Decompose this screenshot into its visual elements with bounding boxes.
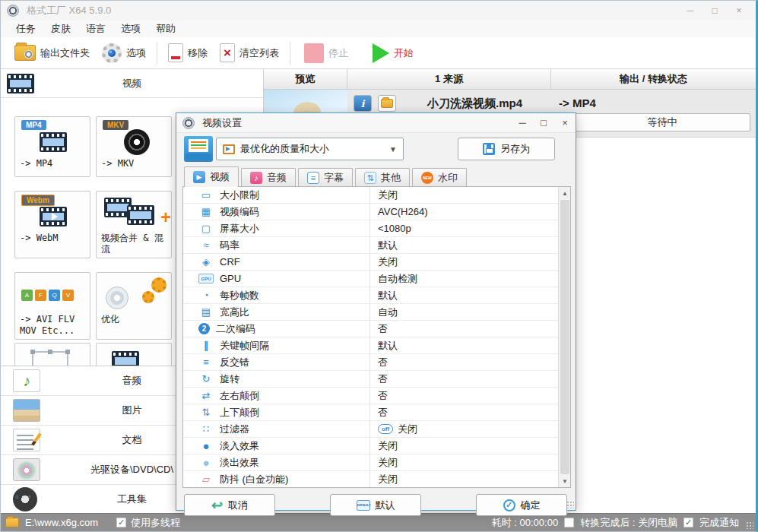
setting-row-screen-size[interactable]: ▢屏幕大小<1080p xyxy=(183,220,558,237)
setting-value-text: 否 xyxy=(378,372,388,386)
format-tile-avi-etc[interactable]: AFQV-> AVI FLV MOV Etc... xyxy=(14,272,90,340)
remove-label: 移除 xyxy=(188,46,208,60)
format-tile-mkv[interactable]: MKV-> MKV xyxy=(96,116,172,177)
output-folder-button[interactable]: 输出文件夹 xyxy=(8,40,96,67)
tab-subtitle[interactable]: ≡字幕 xyxy=(298,168,353,187)
window-resize-grip[interactable] xyxy=(746,521,753,529)
ok-button[interactable]: ✓ 确定 xyxy=(476,494,567,516)
start-button[interactable]: 开始 xyxy=(366,40,420,67)
setting-value-text: 关闭 xyxy=(378,439,398,453)
setting-label: 旋转 xyxy=(220,372,239,386)
tab-watermark[interactable]: NEW水印 xyxy=(412,168,467,187)
filmstrip-icon xyxy=(127,205,154,225)
preset-dropdown[interactable]: 最优化的质量和大小 ▼ xyxy=(216,138,404,160)
format-tile-mp4[interactable]: MP4-> MP4 xyxy=(14,116,90,177)
stop-icon xyxy=(304,43,324,63)
dialog-close-button[interactable]: × xyxy=(554,113,576,133)
deinterlace-icon: ≡ xyxy=(198,356,214,369)
setting-row-stabilizer[interactable]: ▱防抖 (白金功能)关闭 xyxy=(183,471,558,487)
setting-row-fade-in[interactable]: ●淡入效果关闭 xyxy=(183,438,558,454)
fade-in-icon: ● xyxy=(198,440,214,452)
tab-label: 其他 xyxy=(381,171,401,185)
setting-row-deinterlace[interactable]: ≡反交错否 xyxy=(183,354,558,371)
crop-tile-partial[interactable] xyxy=(14,343,90,366)
output-path-folder-icon[interactable] xyxy=(5,518,19,527)
setting-label: 过滤器 xyxy=(220,423,249,436)
setting-row-crf[interactable]: ◈CRF关闭 xyxy=(183,254,558,271)
menu-item-task[interactable]: 任务 xyxy=(8,21,43,37)
maximize-button[interactable]: □ xyxy=(702,1,727,21)
video-section-header[interactable]: 视频 xyxy=(1,69,263,98)
mini-format-icon: F xyxy=(35,290,46,301)
setting-label: 大小限制 xyxy=(220,188,259,202)
output-path[interactable]: E:\www.x6g.com xyxy=(25,517,98,528)
audio-tab-icon: ♪ xyxy=(250,172,262,184)
options-button[interactable]: 选项 xyxy=(96,40,152,67)
setting-row-flip-vertical[interactable]: ⇅上下颠倒否 xyxy=(183,404,558,421)
crop-icon xyxy=(32,351,68,366)
dialog-minimize-button[interactable]: ─ xyxy=(512,113,533,133)
menu-item-skin[interactable]: 皮肤 xyxy=(43,21,78,37)
dialog-maximize-button[interactable]: □ xyxy=(533,113,554,133)
setting-value: off关闭 xyxy=(378,423,417,436)
setting-row-aspect-ratio[interactable]: ▤宽高比自动 xyxy=(183,304,558,321)
tab-other[interactable]: ⇅其他 xyxy=(355,168,410,187)
tab-label: 音频 xyxy=(267,171,287,185)
setting-row-video-encoder[interactable]: ▦视频编码AVC(H264) xyxy=(183,204,558,220)
setting-row-size-limit[interactable]: ▭大小限制关闭 xyxy=(183,187,558,204)
setting-value: 否 xyxy=(378,356,388,369)
setting-row-bitrate[interactable]: ≈码率默认 xyxy=(183,237,558,254)
plus-icon: + xyxy=(160,207,171,228)
setting-row-flip-horizontal[interactable]: ⇄左右颠倒否 xyxy=(183,388,558,404)
clear-list-button[interactable]: × 清空列表 xyxy=(214,40,285,67)
elapsed-time: 耗时 : 00:00:00 xyxy=(492,516,558,530)
setting-row-filter[interactable]: ∷过滤器off关闭 xyxy=(183,421,558,438)
toolbar-separator xyxy=(290,42,290,65)
setting-row-fps[interactable]: ◔每秒帧数默认 xyxy=(183,287,558,304)
mini-format-icon: Q xyxy=(49,290,60,301)
media-info-button[interactable]: i xyxy=(354,95,372,112)
tab-audio[interactable]: ♪音频 xyxy=(241,168,296,187)
setting-value-text: 自动 xyxy=(378,306,398,319)
setting-value: 默认 xyxy=(378,289,398,302)
setting-value-text: 否 xyxy=(378,406,388,420)
remove-button[interactable]: 移除 xyxy=(162,40,214,67)
format-tile-optimize[interactable]: 优化 xyxy=(96,272,172,340)
scroll-down-icon[interactable]: ▼ xyxy=(559,475,571,487)
scrollbar-thumb[interactable] xyxy=(560,200,569,474)
setting-row-rotate[interactable]: ↻旋转否 xyxy=(183,371,558,388)
setting-row-fade-out[interactable]: ●淡出效果关闭 xyxy=(183,454,558,471)
minimize-button[interactable]: ─ xyxy=(678,1,702,21)
filmstrip-icon xyxy=(112,351,139,366)
preset-filmstrip-icon xyxy=(223,144,235,154)
setting-label: GPU xyxy=(220,273,241,284)
setting-label: 上下颠倒 xyxy=(220,406,259,420)
default-button[interactable]: 默认 xyxy=(330,494,421,516)
setting-value: <1080p xyxy=(378,223,411,234)
stop-button[interactable]: 停止 xyxy=(298,40,354,67)
watermark-tab-icon: NEW xyxy=(421,172,433,184)
close-button[interactable]: × xyxy=(727,1,751,21)
notify-checkbox[interactable]: ✓ xyxy=(683,518,693,527)
dialog-resize-grip[interactable] xyxy=(566,501,574,508)
tab-video[interactable]: ▶视频 xyxy=(184,166,239,187)
setting-row-two-pass[interactable]: 2二次编码否 xyxy=(183,321,558,337)
cancel-button[interactable]: ↩ 取消 xyxy=(184,494,275,516)
format-tile-webm[interactable]: Webm-> WebM xyxy=(14,191,90,258)
output-folder-label: 输出文件夹 xyxy=(40,46,90,60)
scroll-up-icon[interactable]: ▲ xyxy=(559,187,571,199)
format-tile-merge[interactable]: +视频合并 & 混流 xyxy=(96,191,172,258)
multithread-checkbox[interactable]: ✓ xyxy=(116,518,126,527)
shutdown-checkbox[interactable] xyxy=(564,518,574,527)
setting-row-gpu[interactable]: GPUGPU自动检测 xyxy=(183,271,558,287)
dialog-titlebar[interactable]: 视频设置 ─ □ × xyxy=(176,113,576,133)
scrollbar[interactable]: ▲ ▼ xyxy=(558,187,570,487)
setting-row-keyframe-interval[interactable]: ∥关键帧间隔默认 xyxy=(183,337,558,354)
open-folder-button[interactable] xyxy=(378,95,396,112)
save-as-button[interactable]: 另存为 xyxy=(458,138,555,160)
menu-item-options[interactable]: 选项 xyxy=(113,21,148,37)
video-tile-partial[interactable] xyxy=(96,343,172,366)
menu-item-language[interactable]: 语言 xyxy=(78,21,113,37)
menu-item-help[interactable]: 帮助 xyxy=(148,21,183,37)
setting-value: 否 xyxy=(378,322,388,336)
